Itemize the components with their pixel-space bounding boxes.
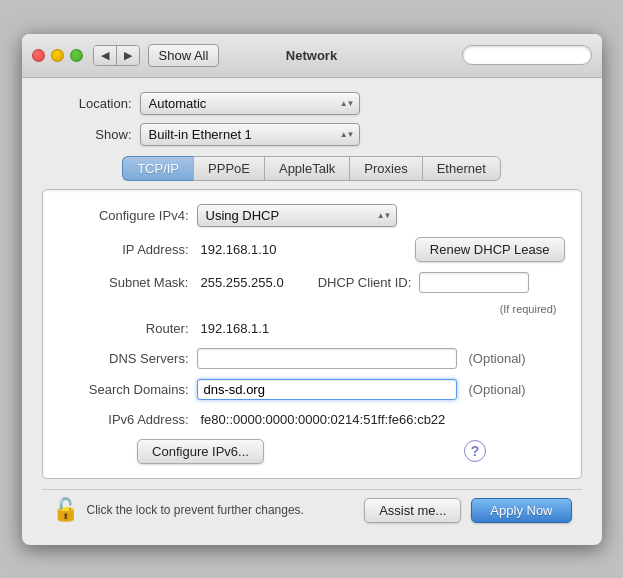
dhcp-hint-row: (If required): [59, 303, 565, 315]
forward-button[interactable]: ▶: [117, 46, 139, 65]
configure-ipv6-button[interactable]: Configure IPv6...: [137, 439, 264, 464]
search-optional-label: (Optional): [465, 380, 530, 399]
window-title: Network: [286, 48, 337, 63]
dhcp-client-input[interactable]: [419, 272, 529, 293]
minimize-button[interactable]: [51, 49, 64, 62]
ip-address-value: 192.168.1.10: [197, 240, 281, 259]
location-label: Location:: [42, 96, 132, 111]
subnet-mask-value: 255.255.255.0: [197, 273, 288, 292]
renew-dhcp-button[interactable]: Renew DHCP Lease: [415, 237, 565, 262]
content-area: Location: Automatic Show: Built-in Ether…: [22, 78, 602, 545]
show-select-wrapper: Built-in Ethernet 1: [140, 123, 360, 146]
dns-optional-label: (Optional): [465, 349, 530, 368]
search-input[interactable]: [462, 45, 592, 65]
show-label: Show:: [42, 127, 132, 142]
apply-now-button[interactable]: Apply Now: [471, 498, 571, 523]
title-bar: ◀ ▶ Show All Network 🔍: [22, 34, 602, 78]
dns-servers-row: DNS Servers: (Optional): [59, 348, 565, 369]
dns-servers-label: DNS Servers:: [59, 351, 189, 366]
nav-buttons: ◀ ▶: [93, 45, 140, 66]
dns-servers-input[interactable]: [197, 348, 457, 369]
configure-ipv4-select[interactable]: Using DHCP: [197, 204, 397, 227]
lock-hint-text: Click the lock to prevent further change…: [87, 503, 304, 517]
tab-bar: TCP/IP PPPoE AppleTalk Proxies Ethernet: [42, 156, 582, 181]
close-button[interactable]: [32, 49, 45, 62]
configure-ipv4-select-wrapper: Using DHCP: [197, 204, 397, 227]
tab-tcpip[interactable]: TCP/IP: [122, 156, 193, 181]
main-panel: Configure IPv4: Using DHCP IP Address: 1…: [42, 189, 582, 479]
dhcp-hint-text: (If required): [500, 303, 557, 315]
subnet-row: Subnet Mask: 255.255.255.0 DHCP Client I…: [59, 272, 565, 293]
configure-ipv4-label: Configure IPv4:: [59, 208, 189, 223]
router-label: Router:: [59, 321, 189, 336]
search-domains-input[interactable]: [197, 379, 457, 400]
search-domains-row: Search Domains: (Optional): [59, 379, 565, 400]
tab-proxies[interactable]: Proxies: [349, 156, 421, 181]
ip-address-row: IP Address: 192.168.1.10 Renew DHCP Leas…: [59, 237, 565, 262]
search-wrapper: 🔍: [462, 45, 592, 65]
main-window: ◀ ▶ Show All Network 🔍 Location: Automat…: [22, 34, 602, 545]
back-button[interactable]: ◀: [94, 46, 117, 65]
dhcp-client-label: DHCP Client ID:: [318, 275, 412, 290]
tab-appletalk[interactable]: AppleTalk: [264, 156, 349, 181]
configure-ipv6-row: Configure IPv6... ?: [59, 439, 565, 464]
location-row: Location: Automatic: [42, 92, 582, 115]
lock-icon[interactable]: 🔓: [52, 499, 79, 521]
ipv6-address-label: IPv6 Address:: [59, 412, 189, 427]
lock-area: 🔓 Click the lock to prevent further chan…: [52, 499, 304, 521]
ip-address-label: IP Address:: [59, 242, 189, 257]
show-row: Show: Built-in Ethernet 1: [42, 123, 582, 146]
configure-ipv4-row: Configure IPv4: Using DHCP: [59, 204, 565, 227]
help-button[interactable]: ?: [464, 440, 486, 462]
subnet-mask-label: Subnet Mask:: [59, 275, 189, 290]
ipv6-address-row: IPv6 Address: fe80::0000:0000:0000:0214:…: [59, 410, 565, 429]
router-row: Router: 192.168.1.1: [59, 319, 565, 338]
search-domains-label: Search Domains:: [59, 382, 189, 397]
tab-pppoe[interactable]: PPPoE: [193, 156, 264, 181]
location-select[interactable]: Automatic: [140, 92, 360, 115]
bottom-bar: 🔓 Click the lock to prevent further chan…: [42, 489, 582, 535]
show-select[interactable]: Built-in Ethernet 1: [140, 123, 360, 146]
bottom-buttons: Assist me... Apply Now: [364, 498, 571, 523]
ipv6-address-value: fe80::0000:0000:0000:0214:51ff:fe66:cb22: [197, 410, 450, 429]
location-select-wrapper: Automatic: [140, 92, 360, 115]
assist-me-button[interactable]: Assist me...: [364, 498, 461, 523]
maximize-button[interactable]: [70, 49, 83, 62]
tab-ethernet[interactable]: Ethernet: [422, 156, 501, 181]
router-value: 192.168.1.1: [197, 319, 274, 338]
show-all-button[interactable]: Show All: [148, 44, 220, 67]
traffic-lights: [32, 49, 83, 62]
